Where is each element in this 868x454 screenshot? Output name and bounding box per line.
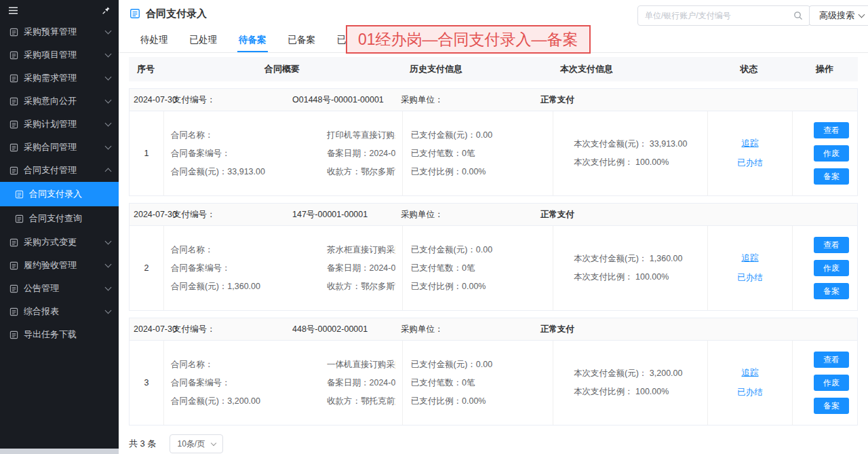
app-window: 采购预算管理 采购项目管理 采购需求管理 采购意向公开 采购计划管理 采购合同管… <box>0 0 868 454</box>
view-button[interactable]: 查看 <box>814 352 849 368</box>
page-size-select[interactable]: 10条/页 <box>170 434 223 453</box>
payee-value: 鄂尔多斯市连动电子科技有... <box>361 282 395 291</box>
view-button[interactable]: 查看 <box>814 237 849 253</box>
actions-cell: 查看 作废 备案 <box>792 111 857 195</box>
table-area: 序号 合同概要 历史支付信息 本次支付信息 状态 操作 2024-07-30 支… <box>119 53 868 454</box>
sidebar-item-label: 采购预算管理 <box>24 26 106 38</box>
record-date-value: 2024-07-30 <box>370 263 396 273</box>
sidebar-item-announcement[interactable]: 公告管理 <box>0 277 119 300</box>
record-date-label: 备案日期： <box>327 378 370 387</box>
sidebar-item-reports[interactable]: 综合报表 <box>0 300 119 323</box>
chevron-down-icon <box>105 307 112 314</box>
void-button[interactable]: 作废 <box>814 145 849 162</box>
sidebar-item-budget[interactable]: 采购预算管理 <box>0 20 119 43</box>
payment-type: 正常支付 <box>540 318 574 341</box>
payment-date: 2024-07-30 <box>134 204 177 226</box>
view-button[interactable]: 查看 <box>814 122 849 138</box>
announcement-icon <box>9 284 18 293</box>
record-date-value: 2024-07-30 <box>370 149 396 158</box>
current-amount: 本次支付金额(元)： 3,200.00 <box>574 368 701 379</box>
page-size-value: 10条/页 <box>177 438 205 450</box>
sidebar-item-intention[interactable]: 采购意向公开 <box>0 90 119 113</box>
payment-group: 2024-07-30 支付编号： 448号-00002-00001 采购单位： … <box>129 318 858 425</box>
advanced-search-button[interactable]: 高级搜索 <box>809 5 868 26</box>
status-cell: 追踪 已办结 <box>707 111 792 195</box>
payee-value: 鄂尔多斯市连动电子科技有... <box>361 167 395 176</box>
sidebar-item-label: 履约验收管理 <box>24 259 106 271</box>
chevron-down-icon <box>105 74 112 81</box>
payment-group: 2024-07-30 支付编号： O01448号-00001-00001 采购单… <box>129 88 858 196</box>
sidebar-item-contract[interactable]: 采购合同管理 <box>0 136 119 159</box>
column-header-summary: 合同概要 <box>163 63 401 75</box>
sidebar-item-payment[interactable]: 合同支付管理 <box>0 159 119 182</box>
track-link[interactable]: 追踪 <box>742 138 759 149</box>
pin-icon[interactable] <box>102 6 111 15</box>
track-link[interactable]: 追踪 <box>742 252 759 264</box>
chevron-down-icon <box>105 51 112 58</box>
paid-count: 已支付笔数：0笔 <box>411 263 546 274</box>
track-link[interactable]: 追踪 <box>742 367 759 379</box>
sidebar-item-acceptance[interactable]: 履约验收管理 <box>0 254 119 277</box>
payee-label: 收款方： <box>327 396 361 406</box>
amount-value: 3,200.00 <box>227 396 260 406</box>
sidebar-item-demand[interactable]: 采购需求管理 <box>0 67 119 90</box>
record-button[interactable]: 备案 <box>814 398 849 414</box>
table-row: 2 合同名称： 茶水柜直接订购采购合同 合同备案编号： 备案日期：2024-07… <box>130 226 857 310</box>
payment-no-label: 支付编号： <box>173 318 216 341</box>
sidebar-item-method-change[interactable]: 采购方式变更 <box>0 231 119 254</box>
tab-processed[interactable]: 已处理 <box>189 27 219 52</box>
search-input[interactable] <box>645 11 793 20</box>
sidebar-topbar <box>0 0 119 20</box>
amount-value: 1,360.00 <box>227 282 260 291</box>
payment-type: 正常支付 <box>540 89 574 111</box>
record-button[interactable]: 备案 <box>814 168 849 185</box>
sidebar-item-export-tasks[interactable]: 导出任务下载 <box>0 323 119 346</box>
chevron-down-icon <box>105 284 112 291</box>
current-ratio: 本次支付比例： 100.00% <box>574 271 701 283</box>
amount-label: 合同金额(元)： <box>171 396 227 406</box>
record-button[interactable]: 备案 <box>814 283 849 299</box>
contract-name-value: 一体机直接订购采购合同 <box>327 359 395 371</box>
payment-no-value: 147号-00001-00001 <box>292 204 368 226</box>
record-no-label: 合同备案编号： <box>171 148 327 159</box>
current-ratio: 本次支付比例： 100.00% <box>574 157 701 168</box>
contract-name-label: 合同名称： <box>171 244 327 256</box>
horizontal-scrollbar[interactable] <box>0 449 119 454</box>
paid-amount: 已支付金额(元)：0.00 <box>411 359 546 371</box>
tab-pending[interactable]: 待处理 <box>139 27 170 52</box>
contract-name-label: 合同名称： <box>171 359 327 371</box>
row-index: 3 <box>130 341 163 425</box>
sidebar-item-plan[interactable]: 采购计划管理 <box>0 113 119 136</box>
record-date-label: 备案日期： <box>327 263 370 273</box>
amount-label: 合同金额(元)： <box>171 282 227 291</box>
payment-no-value: O01448号-00001-00001 <box>292 89 384 111</box>
sidebar-item-label: 合同支付录入 <box>29 188 111 200</box>
current-ratio: 本次支付比例： 100.00% <box>574 386 701 398</box>
sidebar-item-payment-query[interactable]: 合同支付查询 <box>0 206 119 231</box>
contract-name-value: 茶水柜直接订购采购合同 <box>327 244 395 256</box>
chevron-down-icon <box>211 440 216 445</box>
record-no-label: 合同备案编号： <box>171 263 327 274</box>
record-date-label: 备案日期： <box>327 149 370 158</box>
reports-icon <box>9 307 18 316</box>
hamburger-menu-icon[interactable] <box>8 6 18 15</box>
record-no-label: 合同备案编号： <box>171 377 327 389</box>
page-title: 合同支付录入 <box>146 7 207 20</box>
chevron-up-icon <box>105 168 112 175</box>
column-header-current: 本次支付信息 <box>552 63 707 75</box>
sidebar-item-label: 采购意向公开 <box>24 95 106 107</box>
sidebar-item-project[interactable]: 采购项目管理 <box>0 43 119 67</box>
chevron-down-icon <box>859 12 865 18</box>
search-icon[interactable] <box>793 11 803 20</box>
void-button[interactable]: 作废 <box>814 375 849 391</box>
payment-date: 2024-07-30 <box>134 318 177 341</box>
tab-to-record[interactable]: 待备案 <box>237 27 268 52</box>
sidebar-item-payment-entry[interactable]: 合同支付录入 <box>0 182 119 206</box>
void-button[interactable]: 作废 <box>814 260 849 276</box>
status-cell: 追踪 已办结 <box>707 226 792 310</box>
chevron-down-icon <box>105 97 112 104</box>
buyer-label: 采购单位： <box>401 318 443 341</box>
page-title-icon <box>130 8 140 19</box>
tab-recorded[interactable]: 已备案 <box>287 27 317 52</box>
paid-ratio: 已支付比例：0.00% <box>411 166 546 178</box>
